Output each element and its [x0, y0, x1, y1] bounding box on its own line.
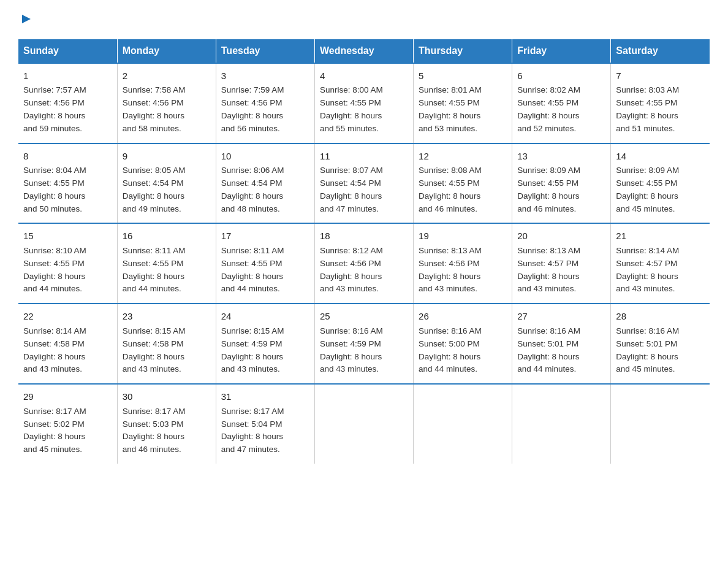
sunset-label: Sunset: 4:54 PM: [123, 178, 184, 188]
calendar-cell: 27Sunrise: 8:16 AMSunset: 5:01 PMDayligh…: [512, 304, 611, 384]
daylight-label: Daylight: 8 hours: [23, 191, 85, 201]
daylight-minutes: and 49 minutes.: [123, 204, 181, 213]
daylight-label: Daylight: 8 hours: [23, 272, 85, 281]
sunrise-label: Sunrise: 8:00 AM: [320, 85, 383, 94]
day-number: 14: [616, 149, 705, 163]
daylight-label: Daylight: 8 hours: [320, 352, 382, 361]
calendar-cell: 16Sunrise: 8:11 AMSunset: 4:55 PMDayligh…: [117, 223, 216, 304]
daylight-minutes: and 43 minutes.: [616, 284, 675, 293]
daylight-label: Daylight: 8 hours: [517, 191, 579, 201]
daylight-minutes: and 53 minutes.: [419, 124, 477, 133]
week-row-4: 22Sunrise: 8:14 AMSunset: 4:58 PMDayligh…: [18, 304, 710, 384]
daylight-minutes: and 43 minutes.: [517, 284, 576, 293]
daylight-minutes: and 46 minutes.: [517, 204, 576, 213]
day-number: 17: [221, 229, 309, 243]
day-number: 13: [517, 149, 605, 163]
sunset-label: Sunset: 4:56 PM: [419, 259, 480, 268]
day-number: 16: [123, 229, 211, 243]
sunrise-label: Sunrise: 7:57 AM: [23, 85, 86, 94]
sunrise-label: Sunrise: 8:14 AM: [23, 326, 86, 335]
svg-marker-0: [22, 15, 31, 23]
sunset-label: Sunset: 4:55 PM: [419, 178, 480, 188]
calendar-cell: 22Sunrise: 8:14 AMSunset: 4:58 PMDayligh…: [18, 304, 117, 384]
calendar-cell: 17Sunrise: 8:11 AMSunset: 4:55 PMDayligh…: [216, 223, 314, 304]
sunrise-label: Sunrise: 8:17 AM: [221, 407, 284, 416]
sunrise-label: Sunrise: 8:07 AM: [320, 166, 383, 175]
daylight-label: Daylight: 8 hours: [517, 272, 579, 281]
sunset-label: Sunset: 4:55 PM: [23, 178, 85, 188]
daylight-minutes: and 44 minutes.: [517, 364, 576, 373]
sunrise-label: Sunrise: 8:16 AM: [616, 326, 679, 335]
sunrise-label: Sunrise: 8:15 AM: [123, 326, 186, 335]
sunrise-label: Sunrise: 8:09 AM: [517, 166, 580, 175]
sunset-label: Sunset: 4:55 PM: [419, 98, 480, 107]
calendar-cell: 9Sunrise: 8:05 AMSunset: 4:54 PMDaylight…: [117, 144, 216, 224]
daylight-minutes: and 43 minutes.: [123, 364, 181, 373]
sunset-label: Sunset: 4:58 PM: [123, 339, 184, 348]
calendar-cell: 29Sunrise: 8:17 AMSunset: 5:02 PMDayligh…: [18, 384, 117, 464]
sunrise-label: Sunrise: 8:02 AM: [517, 85, 580, 94]
sunset-label: Sunset: 5:03 PM: [123, 419, 184, 429]
daylight-label: Daylight: 8 hours: [123, 432, 184, 441]
daylight-minutes: and 47 minutes.: [320, 204, 379, 213]
calendar-cell: 3Sunrise: 7:59 AMSunset: 4:56 PMDaylight…: [216, 63, 314, 144]
daylight-label: Daylight: 8 hours: [419, 352, 480, 361]
sunset-label: Sunset: 4:55 PM: [616, 178, 677, 188]
daylight-label: Daylight: 8 hours: [419, 111, 480, 120]
day-number: 24: [221, 309, 309, 323]
daylight-minutes: and 51 minutes.: [616, 124, 675, 133]
daylight-minutes: and 47 minutes.: [221, 445, 280, 454]
daylight-label: Daylight: 8 hours: [221, 432, 283, 441]
daylight-minutes: and 43 minutes.: [23, 364, 82, 373]
day-number: 21: [616, 229, 705, 243]
day-number: 27: [517, 309, 605, 323]
calendar-table: SundayMondayTuesdayWednesdayThursdayFrid…: [18, 39, 710, 464]
sunrise-label: Sunrise: 8:16 AM: [517, 326, 580, 335]
daylight-minutes: and 44 minutes.: [419, 364, 477, 373]
daylight-minutes: and 43 minutes.: [320, 364, 379, 373]
calendar-header-row: SundayMondayTuesdayWednesdayThursdayFrid…: [18, 39, 710, 63]
sunset-label: Sunset: 4:54 PM: [221, 178, 282, 188]
week-row-1: 1Sunrise: 7:57 AMSunset: 4:56 PMDaylight…: [18, 63, 710, 144]
sunrise-label: Sunrise: 8:12 AM: [320, 246, 383, 255]
calendar-cell: [414, 384, 512, 464]
calendar-cell: 14Sunrise: 8:09 AMSunset: 4:55 PMDayligh…: [611, 144, 710, 224]
sunset-label: Sunset: 5:01 PM: [616, 339, 677, 348]
daylight-label: Daylight: 8 hours: [320, 111, 382, 120]
week-row-2: 8Sunrise: 8:04 AMSunset: 4:55 PMDaylight…: [18, 144, 710, 224]
calendar-cell: 13Sunrise: 8:09 AMSunset: 4:55 PMDayligh…: [512, 144, 611, 224]
sunset-label: Sunset: 4:55 PM: [123, 259, 184, 268]
calendar-cell: 30Sunrise: 8:17 AMSunset: 5:03 PMDayligh…: [117, 384, 216, 464]
sunset-label: Sunset: 4:59 PM: [320, 339, 381, 348]
daylight-label: Daylight: 8 hours: [123, 191, 184, 201]
sunset-label: Sunset: 4:58 PM: [23, 339, 85, 348]
sunset-label: Sunset: 4:55 PM: [221, 259, 282, 268]
sunrise-label: Sunrise: 8:09 AM: [616, 166, 679, 175]
sunset-label: Sunset: 4:55 PM: [517, 98, 578, 107]
sunset-label: Sunset: 4:59 PM: [221, 339, 282, 348]
daylight-minutes: and 43 minutes.: [320, 284, 379, 293]
page-header: [18, 12, 710, 27]
daylight-minutes: and 50 minutes.: [23, 204, 82, 213]
day-number: 25: [320, 309, 408, 323]
daylight-label: Daylight: 8 hours: [123, 352, 184, 361]
daylight-label: Daylight: 8 hours: [221, 191, 283, 201]
column-header-sunday: Sunday: [18, 39, 117, 63]
daylight-label: Daylight: 8 hours: [123, 272, 184, 281]
week-row-3: 15Sunrise: 8:10 AMSunset: 4:55 PMDayligh…: [18, 223, 710, 304]
day-number: 18: [320, 229, 408, 243]
daylight-label: Daylight: 8 hours: [616, 191, 678, 201]
calendar-cell: 21Sunrise: 8:14 AMSunset: 4:57 PMDayligh…: [611, 223, 710, 304]
day-number: 6: [517, 69, 605, 83]
sunrise-label: Sunrise: 8:10 AM: [23, 246, 86, 255]
daylight-minutes: and 46 minutes.: [123, 445, 181, 454]
column-header-saturday: Saturday: [611, 39, 710, 63]
sunset-label: Sunset: 5:00 PM: [419, 339, 480, 348]
sunset-label: Sunset: 4:54 PM: [320, 178, 381, 188]
sunset-label: Sunset: 4:57 PM: [517, 259, 578, 268]
calendar-cell: 20Sunrise: 8:13 AMSunset: 4:57 PMDayligh…: [512, 223, 611, 304]
daylight-label: Daylight: 8 hours: [616, 352, 678, 361]
calendar-cell: 19Sunrise: 8:13 AMSunset: 4:56 PMDayligh…: [414, 223, 512, 304]
sunset-label: Sunset: 4:55 PM: [616, 98, 677, 107]
daylight-minutes: and 45 minutes.: [616, 204, 675, 213]
